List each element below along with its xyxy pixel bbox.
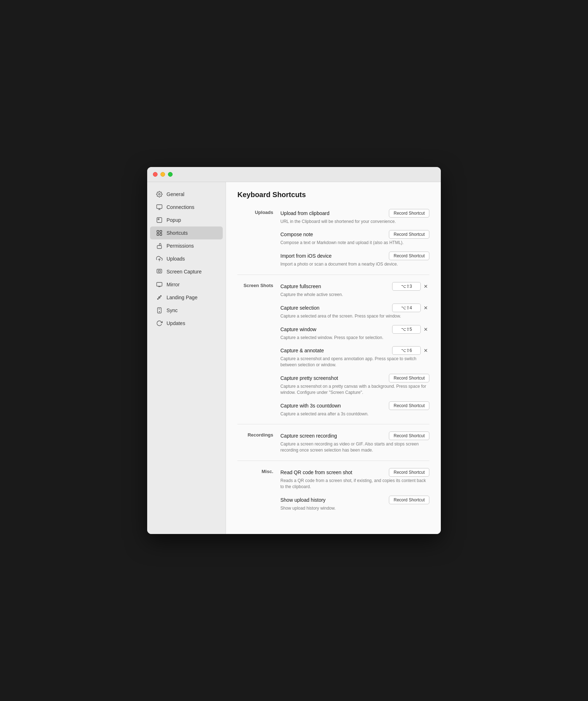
shortcut-item-capture-fullscreen: Capture fullscreen ⌥⇧3 ✕ Capture the who…	[280, 282, 429, 298]
shortcut-clear-button[interactable]: ✕	[422, 347, 429, 354]
section-misc: Misc. Read QR code from screen shot Reco…	[237, 468, 429, 518]
record-shortcut-button-capture-recording[interactable]: Record Shortcut	[389, 431, 429, 440]
sidebar-item-permissions-label: Permissions	[167, 243, 194, 249]
section-recordings-items: Capture screen recording Record Shortcut…	[280, 431, 429, 453]
shortcut-row: Capture selection ⌥⇧4 ✕	[280, 304, 429, 312]
shortcut-item-upload-clipboard: Upload from clipboard Record Shortcut UR…	[280, 209, 429, 225]
sidebar-item-updates[interactable]: Updates	[150, 317, 223, 330]
shortcut-key-container: ⌥⇧6 ✕	[392, 346, 429, 355]
mirror-icon	[156, 281, 163, 288]
shortcut-desc: Capture a selected area after a 3s count…	[280, 411, 429, 417]
record-shortcut-button-read-qr[interactable]: Record Shortcut	[389, 468, 429, 477]
shortcut-desc: Reads a QR code from a screen shot, if e…	[280, 478, 429, 490]
shortcut-row: Capture screen recording Record Shortcut	[280, 431, 429, 440]
svg-rect-10	[157, 245, 162, 248]
svg-rect-14	[157, 282, 162, 286]
sidebar-item-uploads-label: Uploads	[167, 256, 185, 262]
shortcut-desc: Capture a screenshot on a pretty canvas …	[280, 383, 429, 396]
shortcut-name: Capture window	[280, 326, 316, 332]
popup-icon	[156, 216, 163, 224]
svg-rect-13	[158, 270, 160, 272]
svg-rect-12	[157, 269, 162, 273]
shortcut-key-value: ⌥⇧6	[392, 346, 421, 355]
record-shortcut-button-compose-note[interactable]: Record Shortcut	[389, 230, 429, 239]
shortcut-name: Show upload history	[280, 497, 326, 503]
section-misc-label: Misc.	[237, 468, 280, 511]
shortcut-row: Capture with 3s countdown Record Shortcu…	[280, 401, 429, 410]
record-shortcut-button-upload-clipboard[interactable]: Record Shortcut	[389, 209, 429, 218]
title-bar	[147, 167, 441, 182]
connections-icon	[156, 204, 163, 211]
shortcut-key-container: ⌥⇧3 ✕	[392, 282, 429, 291]
shortcuts-icon	[156, 229, 163, 237]
sidebar-item-mirror-label: Mirror	[167, 282, 180, 287]
shortcut-desc: Import a photo or scan a document from a…	[280, 261, 429, 267]
shortcut-row: Read QR code from screen shot Record Sho…	[280, 468, 429, 477]
section-recordings-label: Recordings	[237, 431, 280, 453]
record-shortcut-button-capture-countdown[interactable]: Record Shortcut	[389, 401, 429, 410]
section-screenshots-items: Capture fullscreen ⌥⇧3 ✕ Capture the who…	[280, 282, 429, 417]
sidebar-item-popup[interactable]: Popup	[150, 214, 223, 226]
section-uploads-label: Uploads	[237, 209, 280, 267]
svg-rect-1	[157, 205, 162, 209]
shortcut-clear-button[interactable]: ✕	[422, 304, 429, 311]
record-shortcut-button-import-ios[interactable]: Record Shortcut	[389, 252, 429, 260]
shortcut-clear-button[interactable]: ✕	[422, 283, 429, 290]
shortcut-item-capture-recording: Capture screen recording Record Shortcut…	[280, 431, 429, 453]
sidebar-item-general-label: General	[167, 191, 184, 197]
close-button[interactable]	[153, 172, 158, 177]
screen-capture-icon	[156, 268, 163, 275]
shortcut-item-capture-selection: Capture selection ⌥⇧4 ✕ Capture a select…	[280, 304, 429, 319]
shortcut-desc: Capture the whole active screen.	[280, 292, 429, 298]
shortcut-key-container: ⌥⇧5 ✕	[392, 325, 429, 334]
shortcut-name: Upload from clipboard	[280, 210, 329, 216]
shortcut-row: Upload from clipboard Record Shortcut	[280, 209, 429, 218]
shortcut-key-value: ⌥⇧5	[392, 325, 421, 334]
shortcut-clear-button[interactable]: ✕	[422, 326, 429, 333]
sidebar-item-shortcuts-label: Shortcuts	[167, 230, 188, 236]
sidebar-item-screen-capture[interactable]: Screen Capture	[150, 265, 223, 278]
sidebar-item-screen-capture-label: Screen Capture	[167, 269, 202, 275]
maximize-button[interactable]	[168, 172, 173, 177]
shortcut-name: Read QR code from screen shot	[280, 469, 352, 475]
minimize-button[interactable]	[160, 172, 165, 177]
sidebar-item-landing-page[interactable]: Landing Page	[150, 291, 223, 304]
shortcut-row: Capture window ⌥⇧5 ✕	[280, 325, 429, 334]
shortcut-row: Show upload history Record Shortcut	[280, 496, 429, 504]
sidebar-item-shortcuts[interactable]: Shortcuts	[150, 226, 223, 239]
shortcut-name: Capture selection	[280, 305, 319, 311]
sidebar-item-connections[interactable]: Connections	[150, 201, 223, 214]
sync-icon	[156, 307, 163, 314]
shortcut-desc: URL in the Clipboard will be shortened f…	[280, 219, 429, 225]
svg-rect-9	[160, 233, 162, 235]
sidebar-item-uploads[interactable]: Uploads	[150, 252, 223, 265]
shortcut-name: Capture & annotate	[280, 348, 324, 353]
shortcut-key-value: ⌥⇧4	[392, 304, 421, 312]
shortcut-item-capture-countdown: Capture with 3s countdown Record Shortcu…	[280, 401, 429, 417]
shortcut-desc: Capture a screen recording as video or G…	[280, 441, 429, 453]
shortcut-desc: Capture a selected window. Press space f…	[280, 335, 429, 341]
svg-rect-7	[160, 230, 162, 232]
section-screenshots-label: Screen Shots	[237, 282, 280, 417]
sidebar-item-mirror[interactable]: Mirror	[150, 278, 223, 291]
window-body: General Connections	[147, 182, 441, 534]
section-uploads-items: Upload from clipboard Record Shortcut UR…	[280, 209, 429, 267]
shortcut-desc: Show upload history window.	[280, 505, 429, 511]
sidebar-item-sync-label: Sync	[167, 307, 178, 313]
sidebar-item-sync[interactable]: Sync	[150, 304, 223, 317]
section-misc-items: Read QR code from screen shot Record Sho…	[280, 468, 429, 511]
sidebar-item-connections-label: Connections	[167, 204, 194, 210]
record-shortcut-button-upload-history[interactable]: Record Shortcut	[389, 496, 429, 504]
svg-rect-18	[158, 307, 162, 313]
shortcut-row: Capture pretty screenshot Record Shortcu…	[280, 374, 429, 382]
sidebar-item-updates-label: Updates	[167, 320, 185, 326]
shortcut-name: Import from iOS device	[280, 253, 332, 259]
record-shortcut-button-capture-pretty[interactable]: Record Shortcut	[389, 374, 429, 382]
shortcut-key-container: ⌥⇧4 ✕	[392, 304, 429, 312]
sidebar-item-popup-label: Popup	[167, 217, 181, 223]
shortcut-row: Compose note Record Shortcut	[280, 230, 429, 239]
sidebar-item-general[interactable]: General	[150, 188, 223, 201]
sidebar-item-permissions[interactable]: Permissions	[150, 239, 223, 252]
shortcut-item-capture-pretty: Capture pretty screenshot Record Shortcu…	[280, 374, 429, 396]
app-window: General Connections	[147, 167, 441, 534]
